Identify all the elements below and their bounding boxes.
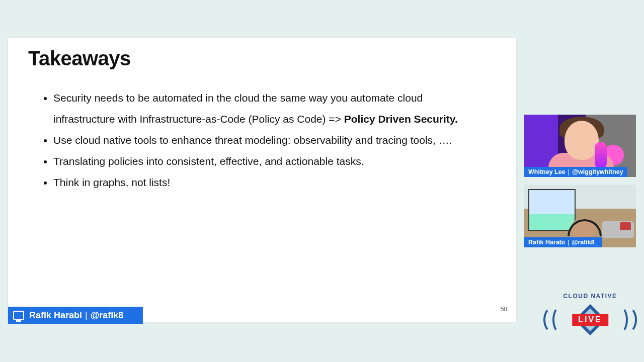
slide-page-number: 50	[501, 306, 507, 313]
webcam-1-handle: @wiggitywhitney	[572, 168, 623, 175]
webcam-2-name: Rafik Harabi	[528, 239, 565, 246]
bullet-3: Translating policies into consistent, ef…	[53, 151, 476, 172]
presentation-slide: Takeaways Security needs to be automated…	[8, 38, 516, 322]
presenter-lower-third: Rafik Harabi | @rafik8_	[8, 307, 143, 324]
bullet-1-bold: Policy Driven Security.	[344, 113, 458, 125]
logo-mark: LIVE	[553, 303, 627, 337]
webcam-2-handle: @rafik8_	[572, 239, 598, 246]
presenter-name: Rafik Harabi	[29, 310, 82, 321]
broadcast-waves-right-icon	[613, 306, 627, 333]
screen-share-icon	[13, 311, 24, 320]
webcam-2-label: Rafik Harabi | @rafik8_	[524, 237, 602, 247]
bullet-1: Security needs to be automated in the cl…	[53, 87, 476, 130]
pillow-shape	[620, 222, 631, 230]
presenter-handle: @rafik8_	[91, 310, 129, 321]
broadcast-waves-left-icon	[553, 306, 568, 333]
slide-title: Takeaways	[28, 47, 131, 70]
webcam-thumbnail-1: Whitney Lee | @wiggitywhitney	[524, 115, 636, 177]
separator-icon: |	[568, 239, 569, 246]
webcam-1-label: Whitney Lee | @wiggitywhitney	[524, 167, 627, 177]
person-head-shape	[565, 121, 599, 160]
window-shape	[528, 189, 576, 231]
slide-bullets: Security needs to be automated in the cl…	[41, 87, 476, 193]
bullet-4: Think in graphs, not lists!	[53, 172, 476, 193]
bullet-2: Use cloud native tools to enhance threat…	[53, 130, 476, 151]
cloud-native-live-logo: CLOUD NATIVE LIVE	[553, 293, 627, 337]
separator-icon: |	[568, 168, 570, 175]
webcam-thumbnail-2: Rafik Harabi | @rafik8_	[524, 185, 636, 247]
separator-icon: |	[85, 310, 88, 321]
webcam-1-name: Whitney Lee	[528, 168, 566, 175]
logo-heading: CLOUD NATIVE	[553, 293, 627, 300]
live-badge: LIVE	[572, 314, 608, 326]
microphone-icon	[595, 142, 607, 169]
